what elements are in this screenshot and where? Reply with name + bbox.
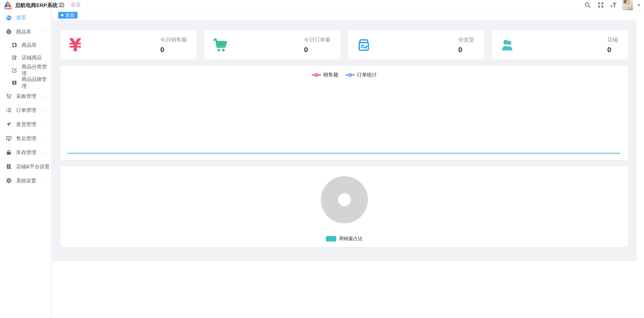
info-icon	[11, 80, 18, 86]
stat-label: 今日订单量	[304, 36, 331, 43]
refresh-icon	[11, 42, 18, 48]
legend-item-sales[interactable]: 销售额	[312, 71, 338, 78]
line-marker-icon	[312, 73, 321, 77]
menu-fold-icon[interactable]	[58, 1, 65, 9]
gear-icon	[6, 177, 12, 184]
sidebar-item-brand-management[interactable]: 商品品牌管理	[0, 76, 51, 89]
legend-swatch-icon	[326, 236, 336, 242]
sidebar-item-label: 采购管理	[16, 93, 36, 100]
list-icon	[6, 107, 12, 113]
stat-value: 0	[458, 46, 474, 54]
notes-icon	[11, 54, 18, 61]
fullscreen-icon[interactable]	[597, 2, 604, 9]
sidebar-item-home[interactable]: 首页	[0, 11, 51, 25]
sidebar-item-label: 系统设置	[16, 177, 36, 184]
sales-orders-line-chart: 销售额 订单统计	[61, 66, 628, 161]
sidebar-item-label: 首页	[16, 14, 26, 21]
chevron-down-icon: ⌄	[44, 136, 47, 141]
send-icon	[6, 121, 12, 128]
breadcrumb[interactable]: 首页	[71, 2, 81, 8]
stat-card-shops: 店铺 0	[492, 30, 628, 60]
sidebar-item-shipping-management[interactable]: 发货管理 ⌄	[0, 117, 51, 131]
legend-label: 周销量占比	[339, 235, 363, 242]
sidebar-item-shop-platform-settings[interactable]: 店铺&平台设置 ⌄	[0, 160, 51, 174]
chevron-down-icon: ⌄	[44, 122, 47, 127]
globe-icon	[6, 28, 12, 35]
sidebar-item-label: 商品分类管理	[22, 63, 51, 77]
avatar[interactable]	[622, 0, 633, 10]
edit-icon	[11, 67, 18, 73]
stat-cards-row: ¥ 今日销售额 0 今日订单量 0	[61, 30, 628, 60]
sidebar-item-order-management[interactable]: 订单管理 ⌄	[0, 103, 51, 117]
box-check-icon	[356, 38, 371, 52]
sailboat-logo-icon	[3, 0, 13, 11]
tab-active-dot-icon	[61, 14, 63, 16]
logo-row: 启航电商ERP系统	[0, 0, 51, 11]
presentation-icon	[6, 135, 12, 142]
chevron-down-icon: ⌄	[44, 108, 47, 113]
dashboard-panel: ¥ 今日销售额 0 今日订单量 0	[52, 20, 636, 261]
sidebar-menu: 首页 商品库 ⌃ 商品库 店铺商品	[0, 11, 51, 188]
stat-value: 0	[304, 46, 331, 54]
lock-icon	[6, 149, 12, 156]
stat-label: 待发货	[458, 36, 474, 43]
sidebar-item-inventory-management[interactable]: 库存管理 ⌄	[0, 145, 51, 160]
yen-icon: ¥	[69, 36, 82, 54]
caret-down-icon[interactable]: ▼	[637, 3, 640, 7]
document-icon	[6, 163, 12, 170]
tab-bar: 首页	[52, 10, 644, 20]
sidebar-item-label: 发货管理	[16, 121, 36, 128]
text-size-icon[interactable]: TT	[610, 2, 616, 8]
sidebar-item-label: 售后管理	[16, 135, 36, 142]
sidebar-item-label: 订单管理	[16, 107, 36, 114]
cart-icon	[213, 37, 228, 53]
x-axis-line	[67, 153, 620, 153]
stat-card-orders: 今日订单量 0	[204, 30, 340, 60]
sidebar-item-label: 商品品牌管理	[22, 76, 51, 90]
chart-legend: 销售额 订单统计	[61, 71, 628, 78]
stat-card-pending-shipment: 待发货 0	[348, 30, 484, 60]
main-content: ¥ 今日销售额 0 今日订单量 0	[52, 20, 644, 318]
tab-home[interactable]: 首页	[58, 12, 77, 19]
weekly-sales-donut-chart: 周销量占比	[61, 166, 628, 247]
legend-label: 订单统计	[357, 71, 377, 78]
sidebar-item-category-management[interactable]: 商品分类管理	[0, 64, 51, 76]
sidebar-item-label: 商品库	[16, 28, 31, 35]
stat-label: 店铺	[607, 36, 618, 43]
cart-icon	[6, 93, 12, 99]
line-marker-icon	[345, 73, 355, 77]
users-icon	[500, 37, 515, 53]
sidebar-item-label: 商品库	[22, 42, 37, 49]
sidebar-item-system-settings[interactable]: 系统设置 ⌄	[0, 174, 51, 188]
legend-item-orders[interactable]: 订单统计	[345, 71, 377, 78]
dashboard-icon	[6, 14, 12, 21]
stat-label: 今日销售额	[160, 36, 187, 43]
chevron-down-icon: ⌄	[44, 178, 47, 183]
top-header: 首页 TT ▼	[52, 0, 644, 10]
chevron-down-icon: ⌄	[44, 150, 47, 155]
chevron-up-icon: ⌃	[44, 29, 47, 34]
sidebar-item-aftersales-management[interactable]: 售后管理 ⌄	[0, 131, 51, 145]
sidebar-item-label: 店铺商品	[22, 54, 42, 61]
sidebar: 启航电商ERP系统 首页 商品库 ⌃ 商品库	[0, 0, 52, 318]
app-title: 启航电商ERP系统	[15, 2, 58, 9]
sidebar-item-label: 库存管理	[16, 149, 36, 156]
stat-value: 0	[607, 46, 618, 54]
chevron-down-icon: ⌄	[44, 164, 47, 169]
sidebar-item-product-library-sub[interactable]: 商品库	[0, 39, 51, 51]
stat-value: 0	[160, 46, 187, 54]
donut-legend[interactable]: 周销量占比	[61, 235, 628, 242]
donut-placeholder	[321, 176, 368, 223]
chevron-down-icon: ⌄	[44, 94, 47, 99]
sidebar-item-purchase-management[interactable]: 采购管理 ⌄	[0, 89, 51, 103]
tab-label: 首页	[65, 12, 74, 18]
search-icon[interactable]	[584, 2, 591, 9]
legend-label: 销售额	[323, 71, 338, 78]
sidebar-item-shop-products[interactable]: 店铺商品	[0, 51, 51, 64]
header-actions: TT ▼	[584, 0, 644, 10]
sidebar-item-product-library[interactable]: 商品库 ⌃	[0, 25, 51, 39]
stat-card-sales: ¥ 今日销售额 0	[61, 30, 197, 60]
